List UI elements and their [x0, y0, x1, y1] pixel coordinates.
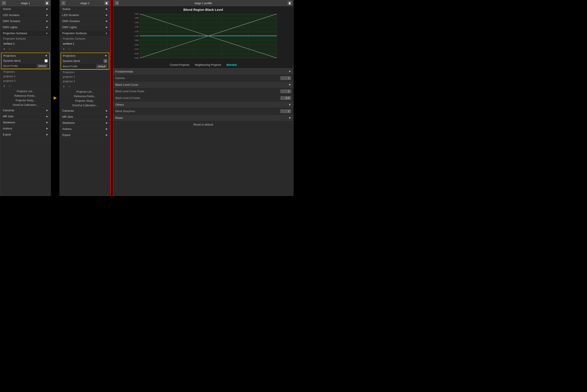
right-actions-item[interactable]: Actions ▶: [60, 126, 110, 132]
svg-text:1.00: 1.00: [135, 35, 138, 37]
right-projector-study-link[interactable]: Projector Study...: [60, 99, 110, 103]
left-projectors-section: Projectors ▼ Dynamic blend Blend Profile…: [1, 52, 50, 69]
right-mr-sets-arrow: ▶: [106, 115, 108, 118]
others-arrow: ▼: [288, 103, 291, 106]
right-cameras-item[interactable]: Cameras ▶: [60, 108, 110, 114]
left-projection-surfaces-item[interactable]: Projection Surfaces ▼: [0, 30, 51, 36]
left-projector-study-link[interactable]: Projector Study...: [0, 98, 51, 103]
left-panel-icon[interactable]: 📋: [45, 1, 49, 5]
right-dmx-screens-item[interactable]: DMX Screens ▶: [60, 18, 110, 24]
left-projector-list-link[interactable]: Projector List...: [0, 89, 51, 94]
left-projection-surfaces-label: Projection Surfaces: [3, 32, 27, 35]
left-cameras-arrow: ▶: [46, 109, 48, 112]
right-blend-profile-row: Blend Profile default: [61, 64, 109, 69]
left-blend-profile-row: Blend Profile default: [2, 64, 49, 69]
left-projectors-label: Projectors: [3, 54, 16, 57]
left-dmx-screens-item[interactable]: DMX Screens ▶: [0, 18, 51, 24]
right-export-arrow: ▶: [106, 134, 108, 136]
reset-to-default-row[interactable]: Reset to default: [113, 121, 293, 128]
right-projection-surfaces-label: Projection Surfaces: [62, 32, 87, 35]
right-actions-arrow: ▶: [106, 128, 108, 130]
left-dmx-screens-arrow: ▶: [46, 20, 48, 22]
panel-arrow-connector: [51, 0, 60, 196]
left-ps-remove-btn[interactable]: −: [9, 47, 10, 51]
blc-centre-value[interactable]: 0.5: [280, 96, 291, 100]
blend-sharpness-row: Blend Sharpness 1: [113, 108, 293, 115]
right-omnicall-link[interactable]: OmniCal Calibration...: [60, 103, 110, 108]
right-led-screens-item[interactable]: LED Screens ▶: [60, 12, 110, 18]
right-dmx-lights-item[interactable]: DMX Lights ▶: [60, 24, 110, 30]
blend-sharpness-value[interactable]: 1: [280, 109, 291, 113]
left-projectors-sub: Projectors: [0, 70, 51, 74]
svg-text:2.00: 2.00: [135, 13, 138, 15]
right-proj-remove-btn[interactable]: −: [68, 85, 70, 88]
right-dynamic-blend-checkbox[interactable]: ✕: [104, 59, 107, 63]
right-projectors-header[interactable]: Projectors ▼: [61, 53, 109, 58]
right-projection-surfaces-item[interactable]: Projection Surfaces ▼: [60, 30, 110, 36]
right-close-button[interactable]: ✕: [62, 1, 65, 5]
left-ps-sub-label: Projection Surfaces: [0, 36, 51, 41]
left-ps-add-btn[interactable]: +: [3, 47, 5, 51]
left-panel-title: stage 1: [7, 2, 44, 5]
svg-text:0.80: 0.80: [135, 39, 138, 41]
reset-to-default-label: Reset to default: [193, 123, 213, 126]
right-actions-label: Actions: [62, 127, 72, 130]
left-reference-points-link[interactable]: Reference Points...: [0, 94, 51, 98]
left-proj-add-btn[interactable]: +: [3, 84, 5, 88]
black-level-arrow: ▼: [288, 83, 291, 86]
left-projectors-header[interactable]: Projectors ▼: [2, 53, 49, 58]
profile-icon[interactable]: 📋: [288, 1, 292, 5]
fundamentals-header[interactable]: Fundamentals ▼: [113, 68, 293, 75]
right-scene-item[interactable]: Scene ▶: [60, 6, 110, 12]
chart-container: 0.00 0.20 0.40 0.60 0.80 1.00 1.20 1.40 …: [115, 13, 291, 62]
right-led-screens-label: LED Screens: [62, 14, 79, 17]
right-projector-list-link[interactable]: Projector List...: [60, 90, 110, 94]
right-mr-sets-item[interactable]: MR Sets ▶: [60, 114, 110, 120]
left-proj-remove-btn[interactable]: −: [9, 84, 10, 88]
right-dynamic-blend-row: Dynamic blend ✕: [61, 58, 109, 64]
left-scene-item[interactable]: Scene ▶: [0, 6, 51, 12]
right-export-item[interactable]: Export ▶: [60, 132, 110, 138]
right-dmx-lights-arrow: ▶: [106, 26, 108, 28]
right-dynamic-blend-label: Dynamic blend: [63, 60, 80, 62]
gamma-label: Gamma: [115, 77, 125, 80]
left-led-screens-item[interactable]: LED Screens ▶: [0, 12, 51, 18]
right-panel-header: ✕ stage 1 📋: [60, 0, 110, 6]
others-header[interactable]: Others ▼: [113, 102, 293, 108]
black-level-header[interactable]: Black Level Curve ▼: [113, 82, 293, 88]
reset-arrow: ▼: [288, 116, 291, 120]
right-ps-sub-label: Projection Surfaces: [60, 36, 110, 41]
left-led-screens-label: LED Screens: [3, 14, 20, 17]
right-blend-profile-value[interactable]: default: [96, 64, 107, 68]
left-blend-profile-value[interactable]: default: [37, 64, 48, 68]
fundamentals-arrow: ▼: [288, 70, 291, 73]
left-blend-profile-label: Blend Profile: [3, 64, 18, 68]
right-led-screens-arrow: ▶: [106, 14, 108, 16]
left-cameras-item[interactable]: Cameras ▶: [0, 107, 51, 114]
fundamentals-label: Fundamentals: [115, 70, 133, 73]
right-dmx-screens-label: DMX Screens: [62, 20, 80, 23]
right-skeletons-item[interactable]: Skeletons ▶: [60, 120, 110, 126]
left-projector2: projector 2: [0, 79, 51, 83]
left-mr-sets-item[interactable]: MR Sets ▶: [0, 114, 51, 120]
right-reference-points-link[interactable]: Reference Points...: [60, 94, 110, 99]
right-panel-title: stage 1: [67, 2, 103, 5]
right-ps-remove-btn[interactable]: −: [68, 47, 70, 51]
left-skeletons-item[interactable]: Skeletons ▶: [0, 120, 51, 126]
left-dynamic-blend-checkbox[interactable]: [44, 59, 48, 62]
gamma-value[interactable]: 1: [280, 76, 291, 80]
left-ps-add-remove: + −: [0, 46, 51, 52]
left-actions-item[interactable]: Actions ▶: [0, 126, 51, 132]
left-close-button[interactable]: ✕: [2, 1, 6, 5]
left-omnicall-link[interactable]: OmniCal Calibration...: [0, 103, 51, 107]
profile-close-button[interactable]: ✕: [115, 1, 119, 5]
left-export-item[interactable]: Export ▶: [0, 132, 51, 138]
left-proj-add-remove: + −: [0, 83, 51, 89]
left-dmx-lights-item[interactable]: DMX Lights ▶: [0, 24, 51, 30]
blc-power-value[interactable]: 1: [280, 90, 291, 93]
reset-header[interactable]: Reset ▼: [113, 115, 293, 121]
right-projector2: projector 2: [60, 79, 110, 84]
right-proj-add-btn[interactable]: +: [63, 85, 65, 88]
right-panel-icon[interactable]: 📋: [104, 1, 108, 5]
right-ps-add-btn[interactable]: +: [63, 47, 65, 51]
